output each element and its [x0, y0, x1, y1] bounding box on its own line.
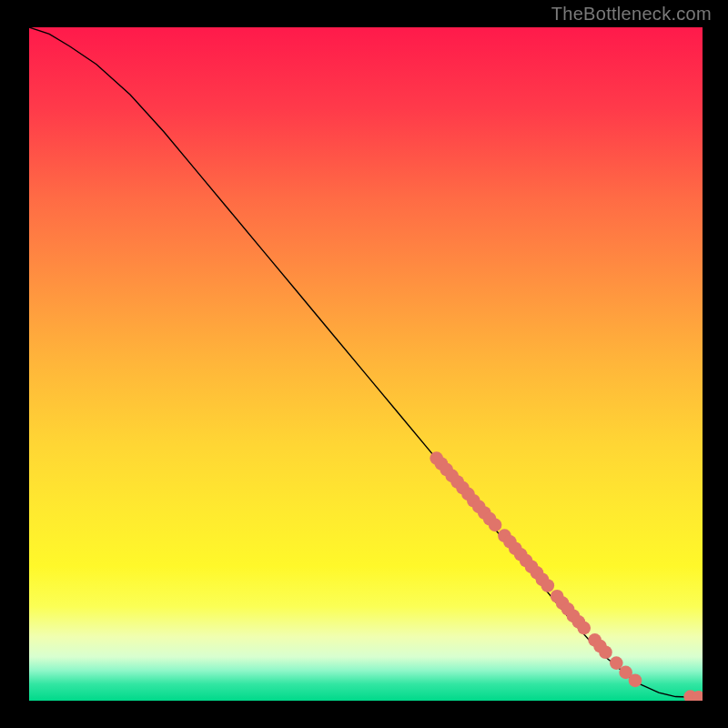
data-point [629, 673, 642, 687]
data-point [577, 622, 591, 635]
watermark-text: TheBottleneck.com [551, 4, 712, 25]
gradient-background [29, 27, 703, 701]
data-point [541, 579, 554, 592]
chart-stage: TheBottleneck.com [0, 0, 728, 728]
chart-svg [29, 27, 703, 701]
data-point [489, 519, 502, 532]
data-point [599, 645, 612, 659]
plot-area [29, 27, 703, 701]
data-point [610, 656, 623, 670]
